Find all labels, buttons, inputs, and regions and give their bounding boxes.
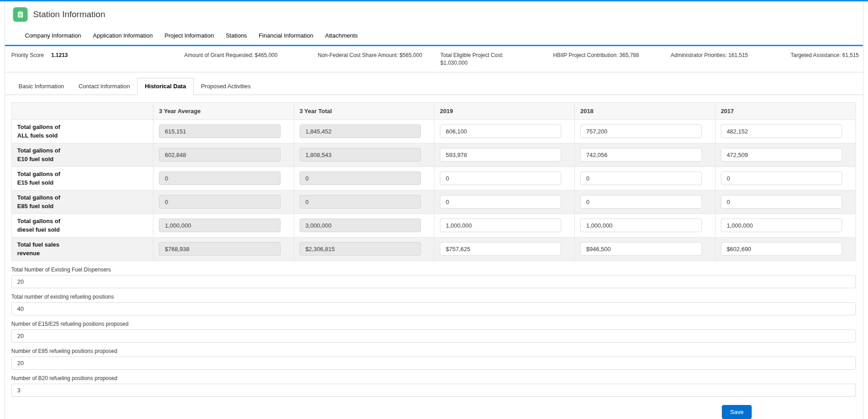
highlight-administrator-priorities: Administrator Priorities: 161,515 [671, 52, 791, 59]
table-corner-header [12, 102, 153, 119]
diesel-2017-input[interactable] [721, 219, 842, 232]
record-sub-tabs: Basic Information Contact Information Hi… [5, 72, 863, 95]
subtab-proposed-activities[interactable]: Proposed Activities [194, 78, 258, 95]
highlight-value: $1,030,000 [440, 60, 467, 66]
e15-2019-input[interactable] [440, 171, 561, 185]
e15-3yr-average-input [159, 171, 280, 185]
e15-2017-input[interactable] [721, 171, 842, 185]
highlight-value: $565,000 [400, 52, 422, 58]
col-header-3yr-average: 3 Year Average [153, 102, 294, 119]
field-existing-refueling-positions: Total number of existing refueling posit… [11, 294, 856, 315]
e85-3yr-total-input [300, 195, 421, 209]
revenue-3yr-average-input [159, 242, 280, 256]
table-row-diesel: Total gallons of diesel fuel sold [12, 214, 856, 237]
top-nav-tabs: Company Information Application Informat… [5, 26, 863, 46]
subtab-contact-information[interactable]: Contact Information [71, 78, 137, 95]
e85-2019-input[interactable] [440, 195, 561, 209]
save-button[interactable]: Save [722, 405, 752, 419]
highlight-label: HBIIP Project Contribution: [553, 52, 618, 58]
station-information-page: Station Information Company Information … [5, 1, 863, 419]
historical-fuel-table: 3 Year Average 3 Year Total 2019 2018 20… [11, 102, 856, 261]
all-fuels-3yr-total-input [300, 124, 421, 138]
tab-stations[interactable]: Stations [226, 28, 247, 45]
e85-2018-input[interactable] [580, 195, 701, 209]
revenue-2019-input[interactable] [440, 242, 561, 256]
highlight-label: Total Eligible Project Cost: [440, 52, 503, 58]
highlight-grant-requested: Amount of Grant Requested: $465,000 [184, 52, 318, 59]
highlight-value: 61,515 [842, 52, 859, 58]
table-row-e85: Total gallons of E85 fuel sold [12, 190, 856, 214]
historical-data-panel: 3 Year Average 3 Year Total 2019 2018 20… [5, 95, 863, 419]
subtab-basic-information[interactable]: Basic Information [11, 78, 71, 95]
page-header: Station Information [5, 1, 863, 26]
all-fuels-2019-input[interactable] [440, 124, 561, 138]
subtab-historical-data[interactable]: Historical Data [137, 78, 194, 95]
diesel-3yr-average-input [159, 219, 280, 232]
tab-financial-information[interactable]: Financial Information [259, 28, 314, 45]
existing-refueling-positions-input[interactable] [11, 302, 856, 315]
highlight-value: 365,788 [620, 52, 639, 58]
highlight-value: 161,515 [728, 52, 748, 58]
field-label: Number of B20 refueling positions propos… [11, 375, 856, 381]
field-e15-e25-positions-proposed: Number of E15/E25 refueling positions pr… [11, 321, 856, 343]
e15-2018-input[interactable] [580, 171, 701, 185]
highlight-value: $465,000 [255, 52, 277, 58]
revenue-2018-input[interactable] [580, 242, 701, 256]
col-header-2018: 2018 [575, 102, 715, 119]
highlight-eligible-project-cost: Total Eligible Project Cost: $1,030,000 [440, 52, 521, 67]
row-label-line1: Total gallons of [17, 123, 148, 132]
field-label: Total Number of Existing Fuel Dispensers [11, 267, 856, 273]
e10-2017-input[interactable] [721, 148, 842, 162]
col-header-3yr-total: 3 Year Total [294, 102, 434, 119]
highlights-bar: Priority Score1.1213 Amount of Grant Req… [5, 46, 863, 72]
field-label: Number of E15/E25 refueling positions pr… [11, 321, 856, 327]
row-label-line2: diesel fuel sold [17, 225, 148, 234]
highlight-label: Administrator Priorities: [671, 52, 727, 58]
col-header-2019: 2019 [434, 102, 574, 119]
e10-3yr-average-input [159, 148, 280, 162]
col-header-2017: 2017 [715, 102, 855, 119]
row-label-line1: Total fuel sales [17, 240, 148, 249]
table-row-revenue: Total fuel sales revenue [12, 237, 856, 261]
tab-company-information[interactable]: Company Information [25, 28, 81, 45]
tab-application-information[interactable]: Application Information [93, 28, 153, 45]
highlight-targeted-assistance: Targeted Assistance: 61,515 [791, 52, 859, 59]
total-dispensers-input[interactable] [11, 275, 856, 288]
highlight-label: Priority Score [11, 52, 44, 58]
b20-positions-input[interactable] [11, 384, 856, 397]
row-label-line1: Total gallons of [17, 170, 148, 179]
field-e85-positions-proposed: Number of E85 refueling positions propos… [11, 348, 856, 370]
e15-e25-positions-input[interactable] [11, 329, 856, 343]
all-fuels-3yr-average-input [159, 124, 280, 138]
e85-positions-input[interactable] [11, 357, 856, 370]
row-label-line2: ALL fuels sold [17, 131, 148, 140]
field-label: Total number of existing refueling posit… [11, 294, 856, 300]
highlight-label: Non-Federal Cost Share Amount: [318, 52, 398, 58]
tab-project-information[interactable]: Project Information [165, 28, 214, 45]
diesel-3yr-total-input [300, 219, 421, 232]
all-fuels-2018-input[interactable] [580, 124, 701, 138]
table-row-all-fuels: Total gallons of ALL fuels sold [12, 119, 856, 143]
all-fuels-2017-input[interactable] [721, 124, 842, 138]
clipboard-list-icon [13, 7, 28, 22]
highlight-hbiip-contribution: HBIIP Project Contribution: 365,788 [553, 52, 671, 59]
e15-3yr-total-input [300, 171, 421, 185]
e10-3yr-total-input [300, 148, 421, 162]
page-title: Station Information [33, 10, 105, 19]
diesel-2019-input[interactable] [440, 219, 561, 232]
e10-2019-input[interactable] [440, 148, 561, 162]
table-row-e15: Total gallons of E15 fuel sold [12, 167, 856, 190]
highlight-label: Amount of Grant Requested: [184, 52, 253, 58]
e10-2018-input[interactable] [580, 148, 701, 162]
highlight-label: Targeted Assistance: [791, 52, 841, 58]
revenue-2017-input[interactable] [721, 242, 842, 256]
row-label-line2: E15 fuel sold [17, 178, 148, 187]
diesel-2018-input[interactable] [580, 219, 701, 232]
tab-attachments[interactable]: Attachments [325, 28, 358, 45]
row-label-line1: Total gallons of [17, 193, 148, 202]
row-label-line2: revenue [17, 249, 148, 258]
e85-3yr-average-input [159, 195, 280, 209]
e85-2017-input[interactable] [721, 195, 842, 209]
row-label-line2: E10 fuel sold [17, 155, 148, 164]
highlight-value: 1.1213 [51, 52, 68, 58]
